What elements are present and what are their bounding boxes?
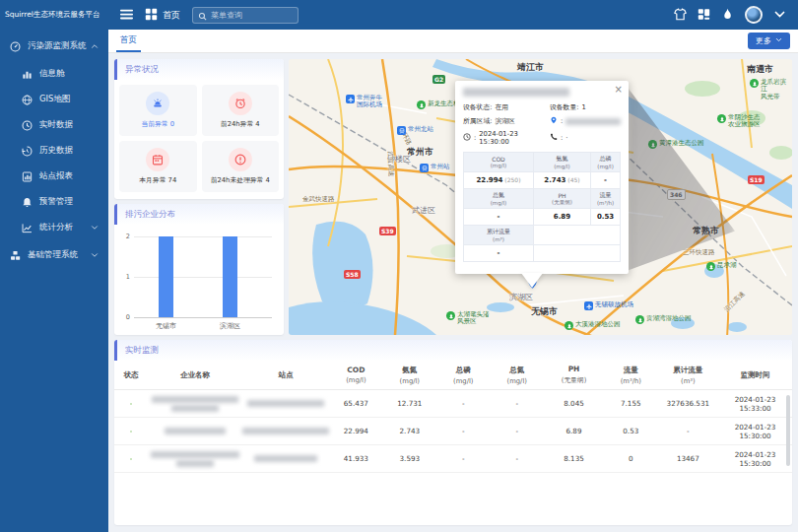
sidebar-item-site-report[interactable]: 站点报表 — [0, 164, 108, 189]
app-logo: Squirrel生态环境云服务平台 — [0, 0, 108, 32]
reading-cell: 8.045 — [544, 390, 604, 418]
y-tick-label: 1 — [118, 273, 130, 281]
card-current-abnormal[interactable]: 当前异常 0 — [119, 85, 197, 136]
table-row[interactable]: 22.9942.743--6.890.53-2024-01-23 15:30:0… — [114, 418, 792, 445]
sidebar-item-realtime-data[interactable]: 实时数据 — [0, 112, 108, 138]
reading-cell: 2024-01-23 15:33:00 — [718, 390, 792, 418]
tree-icon — [708, 264, 714, 270]
redacted-company-name — [148, 418, 242, 445]
plane-icon — [348, 97, 354, 102]
map-poi-transport: 常州北站 — [397, 126, 433, 135]
location-pin-icon — [550, 116, 558, 126]
card-label: 前24h异常 4 — [221, 119, 260, 129]
menu-toggle-icon[interactable] — [120, 6, 133, 25]
sidebar-item-info-cabin[interactable]: 信息舱 — [0, 61, 108, 87]
reading-value: - — [464, 209, 534, 226]
reading-header: 氨氮(mg/l) — [533, 153, 590, 172]
close-icon[interactable]: × — [615, 84, 623, 95]
menu-search[interactable] — [192, 7, 299, 24]
y-tick-label: 2 — [118, 233, 130, 240]
alarm-bell-icon — [22, 197, 33, 208]
table-row[interactable]: 65.43712.731--8.0457.155327636.5312024-0… — [114, 390, 792, 418]
clock-icon — [463, 133, 471, 143]
reading-cell: 6.89 — [544, 418, 604, 445]
plane-icon — [586, 303, 592, 309]
tab-home[interactable]: 首页 — [116, 30, 141, 52]
card-label: 前24h未处理异常 4 — [211, 175, 270, 185]
column-header: 流量(m³/h) — [604, 361, 657, 390]
tree-icon — [752, 81, 758, 87]
map-city-label: 南通市 — [747, 63, 773, 76]
sidebar-item-history-data[interactable]: 历史数据 — [0, 138, 108, 164]
road-shield: S58 — [344, 270, 361, 279]
card-last24h-unhandled[interactable]: 前24h未处理异常 4 — [202, 141, 280, 192]
menu-search-input[interactable] — [211, 11, 290, 20]
sidebar-item-basic-mgmt-system[interactable]: 基础管理系统 — [0, 240, 108, 270]
redacted-enterprise-title — [463, 88, 569, 97]
sidebar-item-warning-mgmt[interactable]: 预警管理 — [0, 189, 108, 215]
card-last24h-abnormal[interactable]: 前24h异常 4 — [202, 85, 280, 136]
map-poi-park: 大溪港湿地公园 — [565, 321, 621, 330]
more-button[interactable]: 更多 — [748, 33, 790, 49]
sidebar-menu: 污染源监测系统 信息舱 GIS地图 实时数据 历史数据 站点报表 预警管理 统计… — [0, 32, 108, 270]
table-row[interactable]: 41.9333.593--8.1350134672024-01-23 15:30… — [114, 445, 792, 473]
column-header: 总磷(mg/l) — [436, 361, 490, 390]
chevron-down-icon — [91, 251, 99, 259]
sidebar-item-pollution-monitor-system[interactable]: 污染源监测系统 — [0, 32, 108, 61]
monitor-gauge-icon — [10, 41, 21, 52]
bar-滨湖区[interactable] — [223, 236, 237, 317]
sidebar-item-stats-analysis[interactable]: 统计分析 — [0, 215, 108, 240]
user-avatar[interactable] — [745, 6, 763, 24]
device-info-popup: × 设备状态:在用 设备数量:1 所属区域:滨湖区 : : 2024-01-23… — [455, 81, 629, 274]
chevron-down-icon — [773, 8, 786, 21]
skin-icon[interactable] — [674, 6, 687, 25]
popup-arrow — [521, 273, 543, 288]
map-city-label: 常州市 — [407, 146, 433, 159]
card-month-abnormal[interactable]: 本月异常 74 — [119, 141, 197, 192]
column-header: 总氮(mg/l) — [491, 361, 544, 390]
column-header: 站点 — [242, 361, 329, 390]
column-header: COD(mg/l) — [329, 361, 382, 390]
table-scrollbar[interactable] — [786, 395, 790, 466]
abnormal-status-panel: 异常状况 当前异常 0 前24h异常 4 本月异常 74 前24h未处理异常 4 — [114, 59, 284, 199]
screens-icon[interactable] — [698, 6, 710, 25]
app-root: Squirrel生态环境云服务平台 污染源监测系统 信息舱 GIS地图 实时数据… — [0, 0, 798, 532]
warning-icon — [234, 154, 246, 166]
sidebar-item-gis-map[interactable]: GIS地图 — [0, 87, 108, 112]
main-area: 首页 首页 更多 异常状况 — [108, 0, 798, 532]
skin-icon — [674, 8, 687, 21]
chevron-down-icon — [775, 36, 782, 45]
reading-value: - — [591, 172, 621, 189]
abnormal-panel-title: 异常状况 — [114, 59, 284, 80]
map-city-label: 无锡市 — [531, 305, 558, 318]
reading-cell: 0.53 — [604, 418, 657, 445]
tree-icon — [566, 323, 572, 329]
reading-cell: 12.731 — [383, 390, 436, 418]
map-poi-park: 新龙生态林 — [417, 100, 460, 109]
flame-icon[interactable] — [721, 6, 734, 25]
reading-cell: 2.743 — [383, 418, 436, 445]
chevron-down-icon[interactable] — [773, 6, 786, 25]
map-canvas[interactable]: 靖江市南通市常州市常熟市无锡市钟楼区武进区滨湖区金武快速路三环快速路外环路江宜高… — [289, 59, 792, 335]
calendar-icon — [152, 154, 164, 166]
location-pin-icon — [550, 116, 558, 124]
realtime-clock-icon — [22, 120, 33, 131]
siren-icon — [152, 98, 164, 109]
reading-header: 流量(m³/h) — [591, 189, 621, 209]
stats-line-icon — [22, 223, 33, 233]
enterprise-distribution-panel: 排污企业分布 012无锡市滨湖区 — [114, 204, 284, 335]
content-area: 异常状况 当前异常 0 前24h异常 4 本月异常 74 前24h未处理异常 4… — [108, 53, 798, 532]
redacted-company-name — [148, 445, 242, 473]
tree-icon — [719, 116, 725, 122]
reading-value: 22.994 (250) — [464, 172, 534, 189]
enterprise-bar-chart: 012无锡市滨湖区 — [118, 229, 276, 335]
train-icon — [399, 128, 405, 134]
system-cubes-icon — [10, 250, 21, 261]
history-clock-icon — [22, 146, 33, 157]
reading-cell: - — [491, 445, 544, 473]
reading-cell: 0 — [604, 445, 657, 473]
gridline — [134, 277, 272, 278]
breadcrumb[interactable]: 首页 — [145, 8, 180, 23]
bar-无锡市[interactable] — [159, 236, 173, 317]
reading-value: - — [464, 245, 534, 262]
